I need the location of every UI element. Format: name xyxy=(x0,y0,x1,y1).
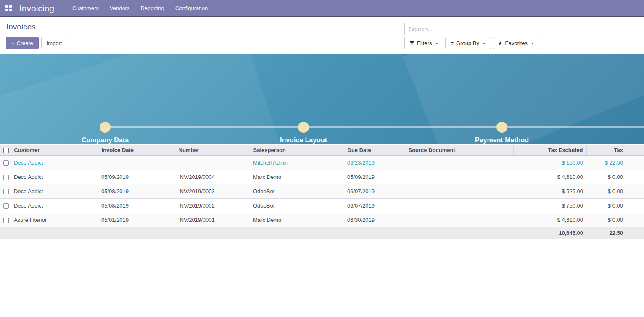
cell-number[interactable]: INV/2019/0004 xyxy=(175,170,250,184)
cell-number[interactable]: INV/2019/0001 xyxy=(175,213,250,227)
cell-source-document[interactable] xyxy=(405,184,513,199)
cell-number[interactable]: INV/2019/0002 xyxy=(175,199,250,213)
column-salesperson[interactable]: Salesperson xyxy=(250,145,344,156)
cell-number[interactable]: INV/2019/0003 xyxy=(175,184,250,199)
table-row[interactable]: Azure Interior 05/01/2019 INV/2019/0001 … xyxy=(0,213,644,227)
cell-source-document[interactable] xyxy=(405,213,513,227)
tax-excluded-total: 10,645.00 xyxy=(513,227,586,239)
chevron-down-icon xyxy=(483,43,486,44)
group-by-icon: ≡ xyxy=(450,40,454,46)
chevron-down-icon xyxy=(531,43,534,44)
create-button[interactable]: +Create xyxy=(6,37,39,49)
onboarding-step-company-data: Company Data Set your company's data for… xyxy=(38,136,172,144)
row-select-cell[interactable] xyxy=(0,156,11,170)
cell-due-date[interactable]: 06/30/2019 xyxy=(344,213,405,227)
menu-reporting[interactable]: Reporting xyxy=(135,0,169,17)
cell-customer[interactable]: Azure Interior xyxy=(11,213,98,227)
cell-number[interactable] xyxy=(175,156,250,170)
banner-decoration xyxy=(0,54,283,144)
banner-decoration xyxy=(403,54,644,144)
cell-tax[interactable]: $ 0.00 xyxy=(586,184,644,199)
select-all-checkbox[interactable] xyxy=(3,148,9,153)
row-select-cell[interactable] xyxy=(0,199,11,213)
select-all-cell[interactable] xyxy=(0,145,11,156)
cell-salesperson[interactable]: OdooBot xyxy=(250,199,344,213)
column-customer[interactable]: Customer xyxy=(11,145,98,156)
cell-customer[interactable]: Deco Addict xyxy=(11,156,98,170)
cell-customer[interactable]: Deco Addict xyxy=(11,199,98,213)
step-dot-payment-method xyxy=(496,122,507,133)
cell-tax-excluded[interactable]: $ 525.00 xyxy=(513,184,586,199)
cell-tax[interactable]: $ 0.00 xyxy=(586,213,644,227)
apps-menu-button[interactable] xyxy=(0,0,17,17)
menu-configuration[interactable]: Configuration xyxy=(170,0,213,17)
control-panel: Invoices +Create Import Filters ≡ Group … xyxy=(0,17,644,54)
cell-customer[interactable]: Deco Addict xyxy=(11,184,98,199)
row-checkbox[interactable] xyxy=(3,218,9,223)
table-header-row: Customer Invoice Date Number Salesperson… xyxy=(0,145,644,156)
cell-due-date[interactable]: 06/23/2019 xyxy=(344,156,405,170)
column-invoice-date[interactable]: Invoice Date xyxy=(98,145,175,156)
row-checkbox[interactable] xyxy=(3,189,9,194)
nav-menu: Customers Vendors Reporting Configuratio… xyxy=(67,0,213,17)
cell-salesperson[interactable]: OdooBot xyxy=(250,184,344,199)
cell-due-date[interactable]: 06/07/2019 xyxy=(344,199,405,213)
page-title: Invoices xyxy=(6,22,36,32)
invoice-list-view: Customer Invoice Date Number Salesperson… xyxy=(0,145,644,239)
cell-salesperson[interactable]: Mitchell Admin xyxy=(250,156,344,170)
row-select-cell[interactable] xyxy=(0,213,11,227)
column-due-date[interactable]: Due Date xyxy=(344,145,405,156)
row-checkbox[interactable] xyxy=(3,160,9,166)
cell-salesperson[interactable]: Marc Demo xyxy=(250,213,344,227)
cell-invoice-date[interactable]: 05/09/2019 xyxy=(98,170,175,184)
cell-source-document[interactable] xyxy=(405,170,513,184)
chevron-down-icon xyxy=(435,43,438,44)
cell-tax-excluded[interactable]: $ 4,610.00 xyxy=(513,170,586,184)
cell-invoice-date[interactable] xyxy=(98,156,175,170)
top-navbar: Invoicing Customers Vendors Reporting Co… xyxy=(0,0,644,17)
onboarding-step-payment-method: Payment Method Configure your payment me… xyxy=(435,136,569,144)
table-row[interactable]: Deco Addict 05/09/2019 INV/2019/0004 Mar… xyxy=(0,170,644,184)
cell-tax[interactable]: $ 0.00 xyxy=(586,199,644,213)
import-button[interactable]: Import xyxy=(41,37,68,49)
column-tax-excluded[interactable]: Tax Excluded xyxy=(513,145,586,156)
plus-icon: + xyxy=(11,40,15,46)
cell-tax[interactable]: $ 22.50 xyxy=(586,156,644,170)
table-row[interactable]: Deco Addict 05/08/2019 INV/2019/0002 Odo… xyxy=(0,199,644,213)
table-row[interactable]: Deco Addict 05/08/2019 INV/2019/0003 Odo… xyxy=(0,184,644,199)
cell-invoice-date[interactable]: 05/08/2019 xyxy=(98,199,175,213)
menu-customers[interactable]: Customers xyxy=(67,0,104,17)
cell-source-document[interactable] xyxy=(405,199,513,213)
menu-vendors[interactable]: Vendors xyxy=(104,0,135,17)
cell-due-date[interactable]: 06/07/2019 xyxy=(344,184,405,199)
filters-button[interactable]: Filters xyxy=(404,37,443,49)
onboarding-progress-line xyxy=(105,126,644,128)
cell-tax-excluded[interactable]: $ 750.00 xyxy=(513,199,586,213)
row-checkbox[interactable] xyxy=(3,175,9,180)
column-source-document[interactable]: Source Document xyxy=(405,145,513,156)
cell-customer[interactable]: Deco Addict xyxy=(11,170,98,184)
cell-tax[interactable]: $ 0.00 xyxy=(586,170,644,184)
table-row[interactable]: Deco Addict Mitchell Admin 06/23/2019 $ … xyxy=(0,156,644,170)
row-select-cell[interactable] xyxy=(0,184,11,199)
cell-source-document[interactable] xyxy=(405,156,513,170)
group-by-button[interactable]: ≡ Group By xyxy=(445,37,491,49)
cell-due-date[interactable]: 05/09/2019 xyxy=(344,170,405,184)
cell-tax-excluded[interactable]: $ 150.00 xyxy=(513,156,586,170)
favorites-button[interactable]: ★ Favorites xyxy=(493,37,539,49)
onboarding-step-invoice-layout: Invoice Layout Customize the look of you… xyxy=(236,136,371,144)
step-title: Payment Method xyxy=(435,136,569,144)
cell-tax-excluded[interactable]: $ 4,610.00 xyxy=(513,213,586,227)
cell-salesperson[interactable]: Marc Demo xyxy=(250,170,344,184)
row-checkbox[interactable] xyxy=(3,203,9,209)
column-number[interactable]: Number xyxy=(175,145,250,156)
cell-invoice-date[interactable]: 05/08/2019 xyxy=(98,184,175,199)
onboarding-banner: Company Data Set your company's data for… xyxy=(0,54,644,144)
search-input[interactable] xyxy=(404,23,643,35)
column-tax[interactable]: Tax xyxy=(586,145,644,156)
cell-invoice-date[interactable]: 05/01/2019 xyxy=(98,213,175,227)
step-dot-invoice-layout xyxy=(298,122,309,133)
step-dot-company-data xyxy=(100,122,111,133)
table-footer-row: 10,645.00 22.50 xyxy=(0,227,644,239)
row-select-cell[interactable] xyxy=(0,170,11,184)
